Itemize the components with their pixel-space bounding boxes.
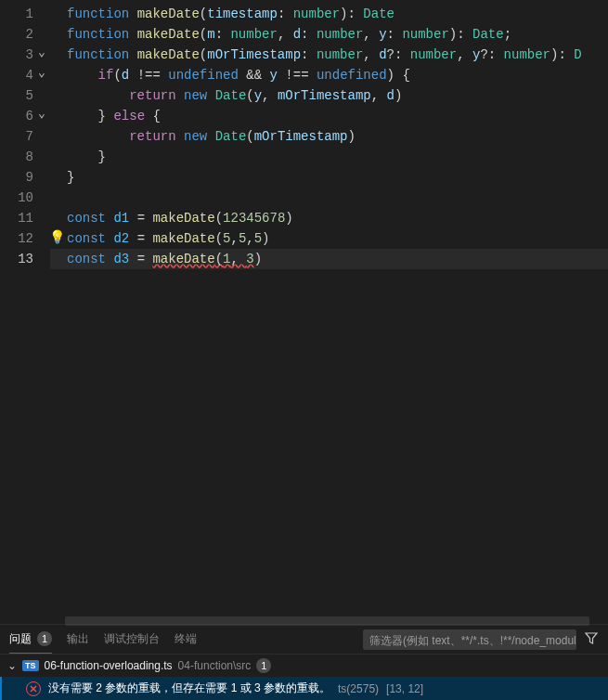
problems-filter-input[interactable]: 筛选器(例如 text、**/*.ts、!**/node_modules/**) [363,629,576,650]
fold-icon[interactable]: ⌄ [35,67,48,80]
panel-tabs: 问题 1 输出 调试控制台 终端 筛选器(例如 text、**/*.ts、!**… [0,625,608,655]
fold-icon[interactable]: ⌄ [35,108,48,121]
line-number: 13 [0,249,50,269]
file-problem-count: 1 [256,658,271,673]
line-number: 9 [0,167,50,188]
problem-item[interactable]: 没有需要 2 参数的重载，但存在需要 1 或 3 参数的重载。 ts(2575)… [0,677,608,700]
ts-file-icon: TS [22,660,39,671]
code-editor[interactable]: 123⌄4⌄56⌄789101112💡13 function makeDate(… [0,0,608,624]
problem-message: 没有需要 2 参数的重载，但存在需要 1 或 3 参数的重载。 [48,681,330,696]
code-line[interactable]: const d1 = makeDate(12345678) [50,208,608,228]
fold-icon[interactable]: ⌄ [35,46,48,59]
line-number: 4⌄ [0,65,50,85]
code-line[interactable]: function makeDate(m: number, d: number, … [50,24,608,45]
tab-terminal-label: 终端 [175,631,197,647]
code-line[interactable]: if(d !== undefined && y !== undefined) { [50,65,608,85]
code-line[interactable]: const d3 = makeDate(1, 3) [50,249,608,269]
tab-terminal[interactable]: 终端 [175,625,197,654]
line-number: 2 [0,24,50,45]
code-line[interactable]: function makeDate(timestamp: number): Da… [50,4,608,24]
problem-file-path: 04-function\src [178,659,252,672]
code-line[interactable]: return new Date(y, mOrTimestamp, d) [50,85,608,106]
error-icon [26,681,41,696]
problems-panel: 问题 1 输出 调试控制台 终端 筛选器(例如 text、**/*.ts、!**… [0,624,608,700]
problem-code: ts(2575) [338,682,379,695]
line-number: 1 [0,4,50,24]
line-number: 10 [0,188,50,208]
code-line[interactable]: function makeDate(mOrTimestamp: number, … [50,45,608,65]
code-line[interactable]: } else { [50,106,608,126]
chevron-down-icon: ⌄ [7,659,17,672]
code-area[interactable]: function makeDate(timestamp: number): Da… [50,4,608,624]
line-number: 8 [0,147,50,167]
code-line[interactable]: const d2 = makeDate(5,5,5) [50,228,608,249]
code-line[interactable]: } [50,147,608,167]
tab-problems[interactable]: 问题 1 [9,625,52,654]
line-number: 3⌄ [0,45,50,65]
problems-count-badge: 1 [37,631,52,646]
code-line[interactable]: } [50,167,608,188]
gutter: 123⌄4⌄56⌄789101112💡13 [0,4,50,624]
tab-output[interactable]: 输出 [67,625,89,654]
tab-output-label: 输出 [67,631,89,647]
horizontal-scrollbar[interactable] [65,616,589,626]
line-number: 7 [0,126,50,147]
line-number: 11 [0,208,50,228]
line-number: 5 [0,85,50,106]
problem-file-name: 06-function-overloading.ts [45,659,173,672]
tab-problems-label: 问题 [9,631,32,647]
problem-location: [13, 12] [386,682,423,695]
filter-icon[interactable] [584,630,599,648]
lightbulb-icon[interactable]: 💡 [49,231,65,244]
tab-debug-label: 调试控制台 [104,631,160,647]
problems-file-header[interactable]: ⌄ TS 06-function-overloading.ts 04-funct… [0,655,608,677]
tab-debug-console[interactable]: 调试控制台 [104,625,160,654]
line-number: 6⌄ [0,106,50,126]
code-line[interactable]: return new Date(mOrTimestamp) [50,126,608,147]
code-line[interactable] [50,188,608,208]
line-number: 12💡 [0,228,50,249]
